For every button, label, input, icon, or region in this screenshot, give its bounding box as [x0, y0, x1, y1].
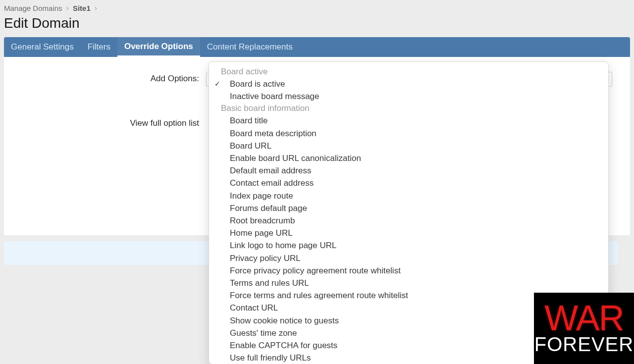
view-full-option-list-label: View full option list: [13, 116, 206, 130]
dropdown-group-basic-board-information: Basic board information: [209, 103, 608, 114]
tab-content-replacements[interactable]: Content Replacements: [200, 37, 300, 57]
dropdown-item-inactive-board-message[interactable]: Inactive board message: [209, 90, 608, 103]
breadcrumb: Manage Domains › Site1 ›: [4, 4, 630, 12]
dropdown-item-label: Terms and rules URL: [230, 278, 309, 288]
logo-text-war: WAR: [544, 302, 623, 334]
dropdown-item-label: Enable CAPTCHA for guests: [230, 341, 337, 350]
dropdown-item-label: Board URL: [230, 141, 271, 151]
dropdown-item-index-page-route[interactable]: Index page route: [209, 190, 608, 202]
dropdown-item-label: Contact email address: [230, 178, 314, 188]
dropdown-item-label: Index page route: [230, 191, 293, 201]
add-options-label: Add Options:: [13, 72, 206, 86]
tab-filters[interactable]: Filters: [81, 37, 117, 57]
dropdown-item-label: Contact URL: [230, 303, 278, 312]
dropdown-item-board-meta-description[interactable]: Board meta description: [209, 127, 608, 140]
dropdown-item-label: Use full friendly URLs: [230, 353, 311, 363]
dropdown-item-label: Default email address: [230, 166, 311, 175]
dropdown-item-board-is-active[interactable]: ✓Board is active: [209, 78, 608, 90]
dropdown-item-label: Force terms and rules agreement route wh…: [230, 291, 408, 300]
dropdown-item-terms-and-rules-url[interactable]: Terms and rules URL: [209, 277, 608, 289]
dropdown-group-board-active: Board active: [209, 66, 608, 78]
dropdown-item-label: Privacy policy URL: [230, 254, 301, 263]
dropdown-item-label: Board meta description: [230, 129, 317, 138]
tab-general-settings[interactable]: General Settings: [4, 37, 81, 57]
page-title: Edit Domain: [4, 15, 630, 31]
tab-bar: General Settings Filters Override Option…: [4, 37, 630, 57]
dropdown-item-label: Enable board URL canonicalization: [230, 154, 361, 163]
dropdown-item-label: Guests' time zone: [230, 328, 297, 338]
check-icon: ✓: [214, 78, 220, 90]
dropdown-item-label: Board is active: [230, 79, 285, 89]
logo-war-forever: WAR FOREVER: [534, 293, 634, 364]
dropdown-item-contact-email-address[interactable]: Contact email address: [209, 177, 608, 189]
logo-text-forever: FOREVER: [534, 334, 634, 355]
dropdown-item-default-email-address[interactable]: Default email address: [209, 164, 608, 177]
dropdown-item-label: Home page URL: [230, 228, 293, 238]
dropdown-item-label: Inactive board message: [230, 92, 319, 101]
chevron-right-icon: ›: [66, 3, 69, 12]
dropdown-item-label: Force privacy policy agreement route whi…: [230, 266, 401, 275]
dropdown-item-home-page-url[interactable]: Home page URL: [209, 227, 608, 239]
dropdown-item-board-url[interactable]: Board URL: [209, 140, 608, 152]
dropdown-item-privacy-policy-url[interactable]: Privacy policy URL: [209, 252, 608, 264]
dropdown-item-link-logo-to-home-page-url[interactable]: Link logo to home page URL: [209, 239, 608, 252]
dropdown-item-label: Board title: [230, 116, 268, 125]
dropdown-item-enable-board-url-canonicalization[interactable]: Enable board URL canonicalization: [209, 152, 608, 164]
chevron-right-icon: ›: [95, 3, 97, 12]
dropdown-item-label: Show cookie notice to guests: [230, 316, 339, 325]
breadcrumb-item-manage-domains[interactable]: Manage Domains: [4, 4, 62, 12]
dropdown-item-force-privacy-policy-agreement-route-whitelist[interactable]: Force privacy policy agreement route whi…: [209, 264, 608, 277]
dropdown-item-forums-default-page[interactable]: Forums default page: [209, 202, 608, 214]
breadcrumb-item-site1[interactable]: Site1: [73, 4, 91, 12]
tab-override-options[interactable]: Override Options: [117, 37, 200, 57]
dropdown-item-board-title[interactable]: Board title: [209, 114, 608, 127]
dropdown-item-label: Forums default page: [230, 204, 307, 213]
dropdown-item-label: Root breadcrumb: [230, 216, 295, 225]
dropdown-item-root-breadcrumb[interactable]: Root breadcrumb: [209, 214, 608, 227]
dropdown-item-label: Link logo to home page URL: [230, 241, 336, 250]
